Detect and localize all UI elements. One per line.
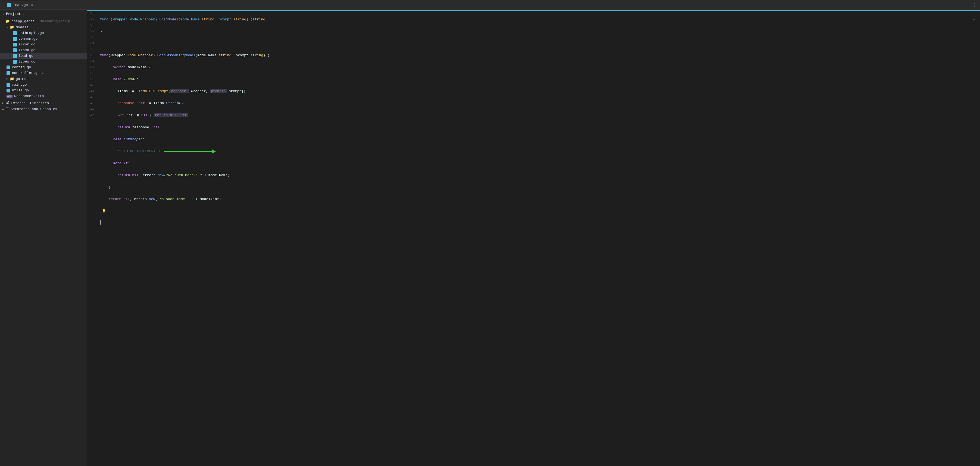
- main-go-icon: [6, 83, 10, 87]
- tab-close-button[interactable]: ✕: [31, 3, 33, 7]
- common-go-icon: [13, 37, 17, 41]
- ext-lib-icon: 🏛: [5, 101, 9, 105]
- code-line-30: switch modelName {: [100, 64, 980, 70]
- models-chevron: ▾: [6, 26, 8, 29]
- green-arrow-annotation: [164, 151, 213, 152]
- utils-go-icon: [6, 89, 10, 93]
- utils-go-label: utils.go: [12, 88, 29, 93]
- go-mod-folder-icon: 📁: [10, 77, 14, 81]
- llama-go-icon: [13, 48, 17, 52]
- sidebar-item-scratches-consoles[interactable]: ▶ ☰ Scratches and Consoles: [0, 106, 87, 112]
- sidebar-item-root[interactable]: ▾ 📁 goapp_genai ~/GolandProjects/g: [0, 18, 87, 24]
- project-label: Project: [6, 12, 21, 16]
- code-line-41: return nil, errors.New("No such model: "…: [100, 172, 980, 178]
- file-tab[interactable]: load.go ✕: [3, 1, 37, 9]
- sidebar-item-types-go[interactable]: types.go: [0, 59, 87, 64]
- code-container: 26 27 28 29 30 31 32 33 34 37 38 39 40 4…: [87, 11, 980, 466]
- error-go-label: error.go: [19, 42, 35, 46]
- go-mod-chevron: ▶: [6, 77, 8, 80]
- config-go-icon: [6, 65, 10, 69]
- project-header[interactable]: ▾ Project ⌄: [0, 10, 87, 18]
- external-libraries-label: External Libraries: [11, 101, 49, 105]
- code-line-42: }: [100, 184, 980, 190]
- sidebar-item-utils-go[interactable]: utils.go: [0, 88, 87, 93]
- root-path: ~/GolandProjects/g: [38, 19, 70, 23]
- anthropic-go-label: anthropic.go: [19, 31, 44, 35]
- controller-go-label: controller.go: [12, 71, 40, 75]
- load-go-icon: [13, 54, 17, 58]
- code-line-27: }: [100, 29, 980, 35]
- text-cursor: [100, 220, 100, 225]
- project-dropdown-icon: ⌄: [22, 13, 24, 16]
- controller-fold-arrow[interactable]: ▶: [42, 72, 44, 75]
- root-chevron: ▾: [2, 19, 4, 23]
- title-bar: load.go ✕ ⋮: [0, 0, 980, 10]
- websocket-http-label: websocket.http: [14, 94, 44, 98]
- code-line-38: case anthropic:: [100, 136, 980, 142]
- scratches-chevron: ▶: [2, 108, 4, 111]
- code-line-28: [100, 40, 980, 46]
- code-line-33: response, err := llama.Stream(): [100, 101, 980, 106]
- sidebar-item-main-go[interactable]: main.go: [0, 82, 87, 88]
- sidebar-item-load-go[interactable]: load.go: [0, 53, 87, 59]
- sidebar-item-common-go[interactable]: common.go: [0, 36, 87, 41]
- sidebar-item-controller-go[interactable]: controller.go ▶: [0, 70, 87, 76]
- code-line-29: func (wrapper ModelWrapper) LoadStreamin…: [100, 53, 980, 59]
- common-go-label: common.go: [19, 37, 38, 41]
- sidebar-item-websocket-http[interactable]: API websocket.http: [0, 93, 87, 99]
- editor-scroll[interactable]: 26 27 28 29 30 31 32 33 34 37 38 39 40 4…: [87, 11, 980, 466]
- more-options-button[interactable]: ⋮: [972, 2, 977, 8]
- root-folder-icon: 📁: [5, 19, 10, 23]
- tab-filename: load.go: [13, 3, 28, 7]
- code-line-31: case llama3:: [100, 77, 980, 82]
- line-numbers: 26 27 28 29 30 31 32 33 34 37 38 39 40 4…: [87, 11, 99, 466]
- anthropic-go-icon: [13, 31, 17, 35]
- root-name: goapp_genai: [11, 19, 35, 23]
- ext-lib-chevron: ▶: [2, 101, 4, 105]
- controller-go-icon: [6, 71, 10, 75]
- go-mod-label: go.mod: [16, 77, 29, 81]
- code-line-45: [100, 220, 980, 225]
- code-lines[interactable]: func (wrapper ModelWrapper) LoadModel(mo…: [99, 11, 980, 466]
- api-badge: API: [6, 95, 13, 98]
- code-line-26: func (wrapper ModelWrapper) LoadModel(mo…: [100, 17, 980, 22]
- sidebar-item-llama-go[interactable]: llama.go: [0, 47, 87, 53]
- load-go-label: load.go: [19, 54, 33, 58]
- models-folder-label: models: [16, 25, 29, 29]
- scratches-label: Scratches and Consoles: [11, 107, 57, 111]
- lightbulb-icon[interactable]: 💡: [102, 208, 106, 214]
- go-file-icon: [7, 3, 11, 7]
- editor-area: 26 27 28 29 30 31 32 33 34 37 38 39 40 4…: [87, 10, 980, 466]
- sidebar-item-anthropic-go[interactable]: anthropic.go: [0, 30, 87, 36]
- code-line-39: // TO BE IMPLEMENTED: [100, 148, 980, 155]
- code-line-40: default:: [100, 160, 980, 166]
- main-layout: ▾ Project ⌄ ▾ 📁 goapp_genai ~/GolandProj…: [0, 10, 980, 466]
- error-go-icon: [13, 43, 17, 46]
- sidebar-item-error-go[interactable]: error.go: [0, 41, 87, 47]
- main-go-label: main.go: [12, 83, 27, 87]
- code-line-34: ▶if err != nil { return nil, err }: [100, 112, 980, 118]
- code-line-32: llama := Llama{LLMPrompt{bedrock: wrappe…: [100, 88, 980, 94]
- config-go-label: config.go: [12, 65, 31, 69]
- code-line-37: return response, nil: [100, 124, 980, 131]
- project-chevron: ▾: [3, 13, 4, 16]
- sidebar-item-models-folder[interactable]: ▾ 📁 models: [0, 24, 87, 30]
- sidebar: ▾ Project ⌄ ▾ 📁 goapp_genai ~/GolandProj…: [0, 10, 87, 466]
- code-line-44: }💡: [100, 208, 980, 214]
- sidebar-item-go-mod[interactable]: ▶ 📁 go.mod: [0, 76, 87, 82]
- code-line-43: return nil, errors.New("No such model: "…: [100, 196, 980, 202]
- llama-go-label: llama.go: [19, 48, 35, 52]
- models-folder-icon: 📁: [10, 25, 14, 29]
- scratches-icon: ☰: [5, 107, 9, 112]
- sidebar-item-config-go[interactable]: config.go: [0, 64, 87, 70]
- types-go-label: types.go: [19, 59, 35, 64]
- types-go-icon: [13, 60, 17, 64]
- sidebar-item-external-libraries[interactable]: ▶ 🏛 External Libraries: [0, 100, 87, 106]
